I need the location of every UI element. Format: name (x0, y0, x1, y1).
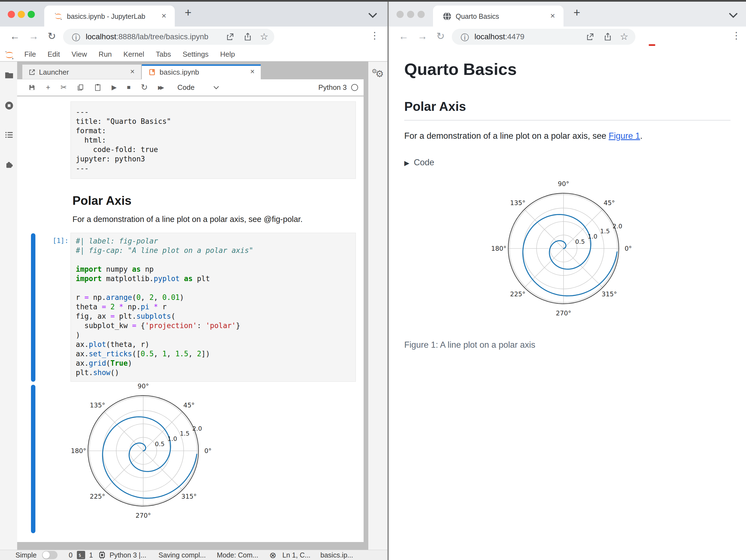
cell-type-chevron-icon[interactable] (212, 85, 220, 90)
figure-link[interactable]: Figure 1 (609, 131, 640, 141)
simple-mode-toggle[interactable] (42, 551, 58, 559)
browser-tab-quarto[interactable]: Quarto Basics × (433, 5, 564, 27)
close-window-button[interactable] (8, 11, 15, 18)
tab-close-icon[interactable]: × (550, 11, 555, 21)
svg-text:0°: 0° (625, 245, 632, 252)
svg-text:1.0: 1.0 (167, 435, 177, 442)
terminal-count: 0 (68, 551, 73, 559)
reload-icon[interactable]: ↻ (48, 30, 56, 42)
tab-title: basics.ipynb - JupyterLab (67, 12, 145, 21)
browser-menu-icon[interactable]: ⋮ (731, 30, 741, 41)
bookmark-star-icon[interactable]: ☆ (620, 31, 628, 42)
reload-icon[interactable]: ↻ (436, 30, 444, 42)
url-text: localhost:8888/lab/tree/basics.ipynb (86, 32, 208, 41)
bookmark-star-icon[interactable]: ☆ (260, 31, 268, 42)
tab-close-icon[interactable]: × (162, 11, 167, 21)
yaml-raw-cell[interactable]: --- title: "Quarto Basics" format: html:… (70, 101, 356, 179)
extensions-puzzle-icon[interactable] (4, 160, 14, 170)
back-icon[interactable]: ← (10, 30, 20, 42)
menu-kernel[interactable]: Kernel (123, 50, 144, 59)
svg-text:270°: 270° (556, 310, 571, 317)
forward-icon[interactable]: → (29, 30, 39, 42)
notebook-panel[interactable]: --- title: "Quarto Basics" format: html:… (17, 96, 364, 542)
stop-kernel-icon[interactable]: ■ (127, 84, 131, 90)
menu-run[interactable]: Run (99, 50, 112, 59)
site-info-icon[interactable]: ⓘ (461, 32, 469, 43)
new-tab-button[interactable]: + (185, 6, 192, 19)
cursor-position[interactable]: Ln 1, C... (282, 551, 310, 559)
restart-kernel-icon[interactable]: ↻ (141, 83, 148, 91)
cell-type-select[interactable]: Code (177, 83, 195, 92)
menu-view[interactable]: View (71, 50, 87, 59)
running-kernels-icon[interactable] (4, 101, 14, 110)
dock-tab-close-icon[interactable]: × (130, 67, 135, 76)
browser-tab-jupyterlab[interactable]: basics.ipynb - JupyterLab × (44, 5, 175, 27)
code-cell[interactable]: #| label: fig-polar#| fig-cap: "A line p… (70, 233, 356, 382)
svg-text:315°: 315° (181, 493, 197, 500)
menu-help[interactable]: Help (220, 50, 235, 59)
forward-icon[interactable]: → (418, 30, 428, 42)
minimize-window-button[interactable] (18, 11, 25, 18)
paste-cell-icon[interactable] (94, 84, 101, 91)
jupyterlab-menubar: File Edit View Run Kernel Tabs Settings … (0, 48, 388, 61)
dock-tab-close-icon[interactable]: × (250, 67, 255, 76)
site-info-icon[interactable]: ⓘ (72, 32, 80, 43)
open-in-new-icon[interactable] (585, 32, 595, 41)
url-text: localhost:4479 (475, 32, 524, 41)
terminal-icon: $_ (77, 551, 85, 559)
tab-search-chevron-icon[interactable] (368, 11, 378, 18)
notification-icon[interactable]: ⊗ (269, 550, 276, 560)
svg-text:0.5: 0.5 (575, 238, 585, 245)
file-browser-icon[interactable] (4, 70, 14, 80)
svg-text:1.0: 1.0 (587, 233, 597, 240)
insert-cell-icon[interactable]: + (46, 84, 50, 91)
svg-text:2.0: 2.0 (613, 223, 623, 230)
markdown-paragraph: For a demonstration of a line plot on a … (73, 215, 303, 224)
dock-tab-launcher[interactable]: Launcher × (22, 64, 141, 79)
svg-text:45°: 45° (183, 402, 195, 409)
browser-menu-icon[interactable]: ⋮ (370, 30, 379, 41)
table-of-contents-icon[interactable] (4, 130, 14, 140)
menu-file[interactable]: File (24, 50, 36, 59)
yaml-cell-text: --- title: "Quarto Basics" format: html:… (71, 102, 355, 173)
address-bar[interactable]: ⓘ localhost:4479 ☆ (452, 29, 635, 45)
kernel-indicator[interactable]: Python 3 (318, 83, 358, 92)
share-icon[interactable] (243, 32, 252, 41)
restart-run-all-icon[interactable]: ▶▶ (158, 85, 162, 90)
zoom-window-button[interactable] (28, 11, 35, 18)
svg-text:225°: 225° (90, 493, 105, 500)
minimize-window-button[interactable] (407, 11, 414, 18)
new-tab-button[interactable]: + (573, 6, 580, 19)
dock-tab-notebook[interactable]: basics.ipynb × (142, 64, 261, 79)
close-window-button[interactable] (397, 11, 404, 18)
copy-cell-icon[interactable] (77, 84, 84, 91)
active-cell-indicator[interactable] (31, 233, 35, 382)
open-in-new-icon[interactable] (226, 32, 234, 41)
save-icon[interactable] (28, 84, 36, 91)
tab-title: Quarto Basics (456, 12, 499, 21)
code-fold-toggle[interactable]: ▶Code (404, 157, 434, 168)
menu-settings[interactable]: Settings (182, 50, 208, 59)
output-cell-indicator[interactable] (31, 385, 35, 533)
kernel-status-text[interactable]: Python 3 |... (110, 551, 146, 559)
tab-search-chevron-icon[interactable] (728, 11, 738, 18)
figure-caption: Figure 1: A line plot on a polar axis (404, 340, 535, 350)
disclosure-triangle-icon: ▶ (404, 159, 409, 167)
zoom-window-button[interactable] (418, 11, 425, 18)
address-bar[interactable]: ⓘ localhost:8888/lab/tree/basics.ipynb ☆ (63, 29, 274, 45)
run-cell-icon[interactable]: ▶ (111, 84, 116, 91)
share-icon[interactable] (603, 32, 612, 41)
back-icon[interactable]: ← (399, 30, 409, 42)
kernel-status-icon (351, 84, 358, 91)
svg-text:90°: 90° (138, 383, 149, 390)
kernel-chip-icon (98, 551, 106, 559)
left-tab-strip: basics.ipynb - JupyterLab × + (0, 2, 388, 27)
statusbar: Simple 0 $_ 1 Python 3 |... Saving compl… (0, 550, 388, 560)
property-inspector-gears-icon[interactable]: ⚙⚙ (372, 68, 384, 79)
jupyterlab-body: Launcher × basics.ipynb × + ✂ (0, 62, 388, 550)
svg-text:1.5: 1.5 (600, 228, 610, 235)
cut-cell-icon[interactable]: ✂ (61, 84, 67, 91)
code-cell-text: #| label: fig-polar#| fig-cap: "A line p… (71, 233, 355, 378)
menu-edit[interactable]: Edit (48, 50, 60, 59)
menu-tabs[interactable]: Tabs (156, 50, 171, 59)
